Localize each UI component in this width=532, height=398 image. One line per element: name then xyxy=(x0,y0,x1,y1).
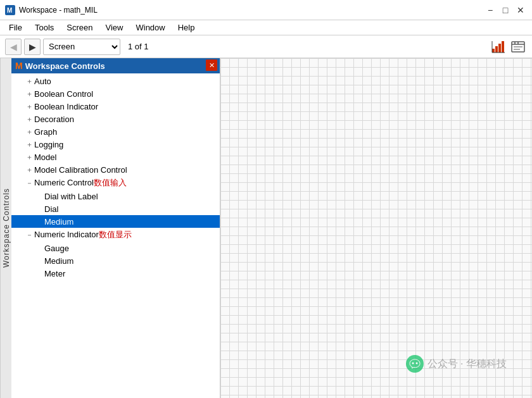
menu-help[interactable]: Help xyxy=(172,22,201,34)
toolbar-right xyxy=(489,38,527,56)
tree-label-decoration: Decoration xyxy=(34,115,217,124)
window-title: Workspace - math_MIL xyxy=(19,6,480,15)
tree-item-model[interactable]: ＋ Model xyxy=(11,151,220,163)
tree-item-dial-with-label[interactable]: Dial with Label xyxy=(11,190,220,202)
tree-label-logging: Logging xyxy=(34,140,217,149)
tree-label-medium2: Medium xyxy=(44,256,217,266)
tree-label-auto: Auto xyxy=(34,77,217,86)
app-icon: M xyxy=(5,5,15,15)
page-info: 1 of 1 xyxy=(123,42,154,51)
tree-item-numeric-indicator[interactable]: － Numeric Indicator数值显示 xyxy=(11,228,220,242)
tree-item-logging[interactable]: ＋ Logging xyxy=(11,138,220,151)
page-number: 1 of 1 xyxy=(128,42,149,51)
tree-label-gauge: Gauge xyxy=(44,244,217,253)
expand-icon-model-calib: ＋ xyxy=(24,165,34,175)
expand-icon-logging: ＋ xyxy=(24,139,34,149)
expand-icon-dial-with-label xyxy=(34,191,44,201)
svg-rect-5 xyxy=(502,41,504,53)
chart-icon-button[interactable] xyxy=(489,38,507,56)
tree-item-auto[interactable]: ＋ Auto xyxy=(11,75,220,87)
tree-label-medium: Medium xyxy=(44,217,217,227)
svg-point-14 xyxy=(412,363,414,364)
menu-tools[interactable]: Tools xyxy=(28,22,60,34)
tree-label-numeric-control-cn: 数值输入 xyxy=(94,178,127,187)
expand-icon-dial xyxy=(34,204,44,214)
sidebar-tab: Workspace Controls xyxy=(0,58,11,398)
tree-label-boolean-control: Boolean Control xyxy=(34,89,217,99)
minimize-button[interactable]: − xyxy=(484,4,497,16)
svg-rect-13 xyxy=(514,49,520,50)
expand-icon-numeric-indicator: － xyxy=(24,230,34,240)
expand-icon-graph: ＋ xyxy=(24,127,34,137)
tree-label-numeric-indicator-cn: 数值显示 xyxy=(99,230,132,239)
svg-rect-2 xyxy=(492,49,495,53)
svg-text:M: M xyxy=(7,7,12,14)
forward-button[interactable]: ▶ xyxy=(24,39,41,55)
expand-icon-meter xyxy=(34,268,44,278)
wechat-icon xyxy=(406,355,424,373)
menu-window[interactable]: Window xyxy=(129,22,171,34)
main-area: Workspace Controls M Workspace Controls … xyxy=(0,58,532,398)
close-button[interactable]: ✕ xyxy=(514,4,527,16)
svg-rect-3 xyxy=(495,46,498,53)
expand-icon-model: ＋ xyxy=(24,152,34,162)
menu-file[interactable]: File xyxy=(3,22,28,34)
title-bar: M Workspace - math_MIL − □ ✕ xyxy=(0,0,532,20)
expand-icon-auto: ＋ xyxy=(24,76,34,86)
tree-label-model-calib: Model Calibration Control xyxy=(34,165,217,175)
expand-icon-numeric-control: － xyxy=(24,178,34,188)
menu-bar: File Tools Screen View Window Help xyxy=(0,20,532,35)
maximize-button[interactable]: □ xyxy=(499,4,512,16)
tree-label-numeric-control: Numeric Control数值输入 xyxy=(34,177,217,189)
tree-label-graph: Graph xyxy=(34,127,217,137)
controls-tree: ＋ Auto ＋ Boolean Control ＋ Boolean Indic… xyxy=(11,73,220,398)
panel-header-icon: M xyxy=(15,61,23,71)
tree-label-numeric-indicator: Numeric Indicator数值显示 xyxy=(34,229,217,240)
expand-icon-gauge xyxy=(34,243,44,253)
screen-dropdown[interactable]: Screen xyxy=(43,39,120,55)
window-controls: − □ ✕ xyxy=(484,4,527,16)
expand-icon-decoration: ＋ xyxy=(24,114,34,124)
watermark: 公众号 · 华穗科技 xyxy=(406,355,507,373)
menu-screen[interactable]: Screen xyxy=(60,22,99,34)
svg-rect-4 xyxy=(498,44,501,53)
settings-icon-button[interactable] xyxy=(509,38,527,56)
back-button[interactable]: ◀ xyxy=(5,39,22,55)
tree-label-meter: Meter xyxy=(44,269,217,278)
svg-rect-12 xyxy=(514,46,522,47)
canvas-area: 公众号 · 华穗科技 xyxy=(220,58,532,398)
expand-icon-boolean-indicator: ＋ xyxy=(24,101,34,111)
tree-item-model-calib[interactable]: ＋ Model Calibration Control xyxy=(11,163,220,176)
toolbar: ◀ ▶ Screen 1 of 1 xyxy=(0,35,532,58)
tree-item-gauge[interactable]: Gauge xyxy=(11,242,220,254)
tree-label-boolean-indicator: Boolean Indicator xyxy=(34,102,217,111)
screen-select[interactable]: Screen xyxy=(44,39,120,54)
panel-header: M Workspace Controls ✕ xyxy=(11,58,220,73)
tree-item-meter[interactable]: Meter xyxy=(11,267,220,280)
expand-icon-boolean-control: ＋ xyxy=(24,89,34,99)
watermark-text: 公众号 · 华穗科技 xyxy=(428,358,507,371)
tree-label-dial-with-label: Dial with Label xyxy=(44,192,217,201)
tree-item-dial[interactable]: Dial xyxy=(11,202,220,215)
tree-item-boolean-control[interactable]: ＋ Boolean Control xyxy=(11,87,220,100)
svg-point-15 xyxy=(415,363,417,364)
tree-item-decoration[interactable]: ＋ Decoration xyxy=(11,113,220,125)
menu-view[interactable]: View xyxy=(99,22,130,34)
panel-title: Workspace Controls xyxy=(25,61,105,71)
expand-icon-medium2 xyxy=(34,256,44,266)
grid-canvas xyxy=(220,58,532,398)
expand-icon-medium xyxy=(34,216,44,227)
tree-item-medium[interactable]: Medium xyxy=(11,215,220,228)
tree-item-numeric-control[interactable]: － Numeric Control数值输入 xyxy=(11,176,220,190)
tree-label-model: Model xyxy=(34,152,217,162)
panel-close-button[interactable]: ✕ xyxy=(206,59,217,71)
tree-item-graph[interactable]: ＋ Graph xyxy=(11,125,220,138)
tree-item-medium2[interactable]: Medium xyxy=(11,254,220,267)
tree-label-dial: Dial xyxy=(44,204,217,214)
workspace-controls-panel: M Workspace Controls ✕ ＋ Auto ＋ Boolean … xyxy=(11,58,220,398)
tree-item-boolean-indicator[interactable]: ＋ Boolean Indicator xyxy=(11,100,220,113)
